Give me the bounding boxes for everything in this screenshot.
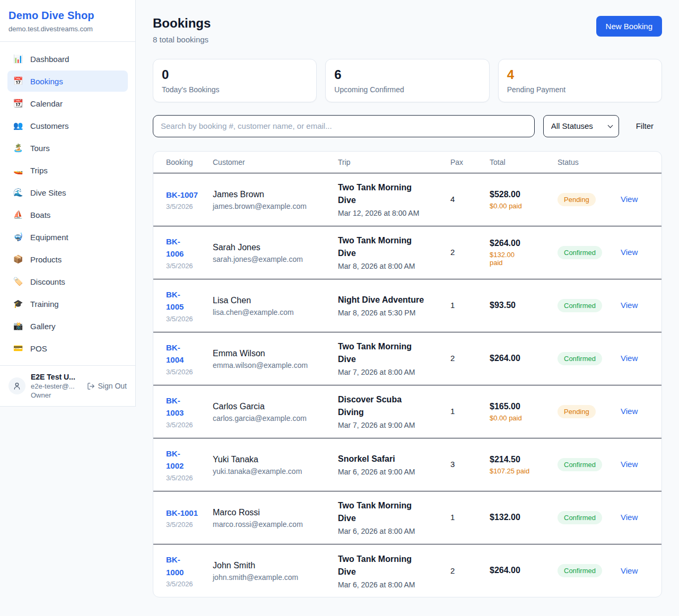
paid-amount: $107.25 paid <box>490 467 529 475</box>
stats-row: 0Today's Bookings6Upcoming Confirmed4Pen… <box>153 59 662 102</box>
customer-name: James Brown <box>213 189 332 200</box>
sidebar-item-dive-sites[interactable]: 🌊Dive Sites <box>7 182 128 203</box>
page-subtitle: 8 total bookings <box>153 35 211 44</box>
paid-amount: $132.00 paid <box>490 251 520 267</box>
sidebar-item-pos[interactable]: 💳POS <box>7 338 128 359</box>
customer-name: Lisa Chen <box>213 295 332 306</box>
view-link[interactable]: View <box>614 354 638 363</box>
sidebar-item-products[interactable]: 📦Products <box>7 249 128 270</box>
filter-row: All Statuses Filter <box>153 115 662 137</box>
view-link[interactable]: View <box>614 407 638 416</box>
customer-email: lisa.chen@example.com <box>213 308 332 316</box>
status-select[interactable]: All Statuses <box>543 115 619 137</box>
column-header-pax: Pax <box>450 152 490 173</box>
booking-date: 3/5/2026 <box>166 421 206 429</box>
sidebar-item-training[interactable]: 🎓Training <box>7 293 128 314</box>
booking-date: 3/5/2026 <box>166 262 206 270</box>
total-amount: $264.00 <box>490 565 551 576</box>
customer-name: Emma Wilson <box>213 348 332 359</box>
search-input[interactable] <box>153 115 535 137</box>
sign-out-button[interactable]: Sign Out <box>87 382 127 390</box>
customer-email: carlos.garcia@example.com <box>213 414 332 423</box>
customers-icon: 👥 <box>13 121 23 130</box>
view-link[interactable]: View <box>614 513 638 522</box>
booking-date: 3/5/2026 <box>166 521 206 529</box>
booking-id-link[interactable]: BK-1006 <box>166 235 191 260</box>
pax-count: 2 <box>450 566 455 575</box>
sidebar-item-dashboard[interactable]: 📊Dashboard <box>7 48 128 69</box>
sidebar-item-tours[interactable]: 🏝️Tours <box>7 137 128 159</box>
sidebar-item-boats[interactable]: ⛵Boats <box>7 204 128 225</box>
training-icon: 🎓 <box>13 299 23 309</box>
gallery-icon: 📸 <box>13 321 23 331</box>
total-amount: $93.50 <box>490 300 551 311</box>
stat-label: Pending Payment <box>507 85 653 94</box>
booking-id-link[interactable]: BK-1005 <box>166 288 191 313</box>
status-badge: Confirmed <box>558 352 602 365</box>
sidebar-item-customers[interactable]: 👥Customers <box>7 115 128 136</box>
booking-id-link[interactable]: BK-1001 <box>166 507 198 519</box>
booking-id-link[interactable]: BK-1007 <box>166 189 198 201</box>
paid-amount: $0.00 paid <box>490 414 522 422</box>
sidebar-item-label: Calendar <box>30 99 63 108</box>
user-role: Owner <box>31 391 82 399</box>
brand-name: Demo Dive Shop <box>8 10 127 22</box>
customer-email: marco.rossi@example.com <box>213 520 332 529</box>
sidebar-item-trips[interactable]: 🚤Trips <box>7 160 128 181</box>
tours-icon: 🏝️ <box>13 143 23 153</box>
stat-card-pending-payment: 4Pending Payment <box>498 59 662 102</box>
booking-id-link[interactable]: BK-1003 <box>166 394 191 419</box>
status-badge: Confirmed <box>558 458 602 471</box>
booking-id-link[interactable]: BK-1002 <box>166 447 191 472</box>
pax-count: 2 <box>450 354 455 363</box>
brand: Demo Dive Shop demo.test.divestreams.com <box>0 0 135 42</box>
customer-email: sarah.jones@example.com <box>213 255 332 263</box>
trip-name: Discover Scuba Diving <box>338 393 425 419</box>
total-amount: $132.00 <box>490 512 551 523</box>
stat-value: 0 <box>162 67 308 83</box>
customer-name: Marco Rossi <box>213 507 332 518</box>
total-amount: $264.00 <box>490 237 551 249</box>
sidebar-nav: 📊Dashboard📅Bookings📆Calendar👥Customers🏝️… <box>0 42 135 365</box>
pos-icon: 💳 <box>13 344 23 353</box>
booking-id-link[interactable]: BK-1004 <box>166 341 191 366</box>
filter-button[interactable]: Filter <box>636 121 662 130</box>
sidebar-item-label: Bookings <box>30 77 63 86</box>
main-content: Bookings 8 total bookings New Booking 0T… <box>136 0 679 614</box>
sidebar-item-calendar[interactable]: 📆Calendar <box>7 93 128 114</box>
sidebar-item-equipment[interactable]: 🤿Equipment <box>7 226 128 248</box>
view-link[interactable]: View <box>614 566 638 575</box>
new-booking-button[interactable]: New Booking <box>596 16 662 37</box>
customer-name: Yuki Tanaka <box>213 454 332 465</box>
trip-datetime: Mar 6, 2026 at 9:00 AM <box>338 468 444 476</box>
sidebar-item-label: Discounts <box>30 277 65 286</box>
user-email: e2e-tester@... <box>31 382 82 390</box>
boats-icon: ⛵ <box>13 210 23 219</box>
sidebar-item-label: Trips <box>30 166 48 175</box>
total-amount: $214.50 <box>490 454 551 465</box>
column-header-booking: Booking <box>153 152 213 173</box>
total-amount: $165.00 <box>490 401 551 412</box>
person-icon <box>13 382 21 390</box>
stat-label: Upcoming Confirmed <box>334 85 480 94</box>
brand-domain: demo.test.divestreams.com <box>8 25 127 33</box>
table-row: BK-1005 3/5/2026 Lisa Chen lisa.chen@exa… <box>153 279 662 332</box>
customer-name: Carlos Garcia <box>213 401 332 412</box>
sidebar-item-bookings[interactable]: 📅Bookings <box>7 71 128 92</box>
avatar <box>8 377 25 394</box>
booking-id-link[interactable]: BK-1000 <box>166 553 191 578</box>
customer-email: emma.wilson@example.com <box>213 361 332 369</box>
pax-count: 1 <box>450 301 455 310</box>
view-link[interactable]: View <box>614 460 638 469</box>
status-badge: Confirmed <box>558 299 602 312</box>
sidebar-item-discounts[interactable]: 🏷️Discounts <box>7 271 128 292</box>
sidebar-item-gallery[interactable]: 📸Gallery <box>7 315 128 337</box>
calendar-icon: 📆 <box>13 99 23 108</box>
dashboard-icon: 📊 <box>13 54 23 64</box>
dive-sites-icon: 🌊 <box>13 188 23 197</box>
column-header-total: Total <box>490 152 558 173</box>
trip-datetime: Mar 6, 2026 at 8:00 AM <box>338 527 444 535</box>
view-link[interactable]: View <box>614 301 638 310</box>
view-link[interactable]: View <box>614 195 638 204</box>
view-link[interactable]: View <box>614 248 638 257</box>
